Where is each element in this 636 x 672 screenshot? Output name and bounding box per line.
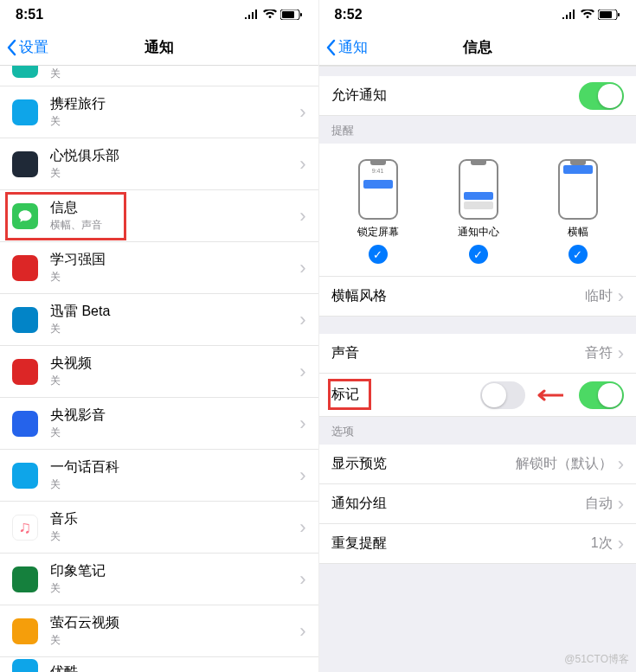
wifi-icon	[263, 10, 277, 20]
chevron-right-icon: ›	[618, 533, 624, 555]
app-row[interactable]: 印象笔记关›	[0, 554, 318, 605]
app-icon	[12, 99, 38, 125]
app-row[interactable]: 央视影音关›	[0, 398, 318, 450]
app-text: 音乐关	[50, 510, 299, 544]
watermark: @51CTO博客	[564, 652, 629, 667]
app-row[interactable]: 携程旅行关›	[0, 86, 318, 138]
app-icon	[12, 359, 38, 385]
app-sub: 关	[50, 581, 299, 596]
app-name: 央视影音	[50, 406, 299, 425]
app-text: 携程旅行关	[50, 95, 299, 129]
banner-style-row[interactable]: 横幅风格 临时 ›	[319, 277, 637, 317]
app-text: 央视影音关	[50, 406, 299, 440]
badge-label: 标记	[331, 386, 481, 404]
app-text: 信息横幅、声音	[50, 199, 299, 233]
grouping-label: 通知分组	[331, 495, 585, 513]
app-row[interactable]: 一句话百科关›	[0, 450, 318, 502]
app-row[interactable]: 信息横幅、声音›	[0, 190, 318, 242]
chevron-right-icon: ›	[618, 285, 624, 308]
banner-style-value: 临时	[585, 287, 613, 305]
badge-row: 标记	[319, 374, 637, 417]
badge-toggle-off[interactable]	[480, 381, 525, 409]
check-icon: ✓	[369, 245, 388, 264]
app-text: 印象笔记关	[50, 562, 299, 596]
app-name: 学习强国	[50, 251, 299, 269]
options-header: 选项	[319, 417, 637, 445]
allow-notifications-row: 允许通知	[319, 76, 637, 116]
app-row[interactable]: 迅雷 Beta关›	[0, 294, 318, 346]
chevron-right-icon: ›	[299, 464, 305, 487]
app-sub: 关	[50, 67, 306, 81]
alert-lock-screen[interactable]: 锁定屏幕 ✓	[357, 159, 399, 264]
chevron-right-icon: ›	[299, 413, 305, 435]
chevron-right-icon: ›	[299, 620, 305, 643]
app-sub: 关	[50, 270, 299, 285]
app-icon	[12, 411, 38, 437]
app-row[interactable]: ♫音乐关›	[0, 502, 318, 554]
sound-row[interactable]: 声音 音符 ›	[319, 334, 637, 374]
chevron-right-icon: ›	[299, 568, 305, 591]
app-text: 央视频关	[50, 355, 299, 388]
svg-rect-4	[600, 11, 612, 18]
app-sub: 关	[50, 529, 299, 544]
signal-icon	[244, 10, 260, 20]
app-icon	[12, 151, 38, 177]
app-sub: 关	[50, 426, 299, 440]
app-list[interactable]: 关携程旅行关›心悦俱乐部关›信息横幅、声音›学习强国关›迅雷 Beta关›央视频…	[0, 66, 318, 672]
app-text: 关	[50, 66, 306, 81]
sound-value: 音符	[585, 344, 613, 362]
allow-toggle[interactable]	[579, 82, 624, 110]
app-name: 优酷	[50, 663, 306, 673]
check-icon: ✓	[569, 245, 588, 264]
svg-rect-1	[282, 11, 294, 18]
chevron-right-icon: ›	[618, 493, 624, 515]
app-row[interactable]: 央视频关›	[0, 346, 318, 398]
status-time: 8:51	[16, 7, 43, 22]
repeat-row[interactable]: 重复提醒 1次 ›	[319, 524, 637, 564]
app-icon: ♫	[12, 515, 38, 541]
svg-rect-5	[618, 13, 620, 16]
nav-bar: 通知 信息	[319, 29, 637, 66]
app-text: 萤石云视频关	[50, 614, 299, 648]
left-phone: 8:51 设置 通知 关携程旅行关›心悦俱乐部关›信息横幅、声音›学习强国关›迅…	[0, 0, 318, 672]
allow-label: 允许通知	[331, 86, 580, 105]
app-row[interactable]: 萤石云视频关›	[0, 605, 318, 657]
app-text: 一句话百科关	[50, 458, 299, 492]
wifi-icon	[581, 10, 594, 20]
preview-row[interactable]: 显示预览 解锁时（默认） ›	[319, 445, 637, 484]
chevron-right-icon: ›	[299, 309, 305, 331]
grouping-row[interactable]: 通知分组 自动 ›	[319, 484, 637, 524]
app-name: 印象笔记	[50, 562, 299, 580]
app-sub: 关	[50, 322, 299, 336]
back-label: 通知	[338, 37, 368, 57]
battery-icon	[280, 10, 303, 20]
app-row[interactable]: 关	[0, 66, 318, 86]
alerts-header: 提醒	[319, 116, 637, 144]
alert-style-row: 锁定屏幕 ✓ 通知中心 ✓ 横幅 ✓	[319, 144, 637, 277]
app-row[interactable]: 心悦俱乐部关›	[0, 138, 318, 190]
app-name: 心悦俱乐部	[50, 147, 299, 165]
alert-notification-center[interactable]: 通知中心 ✓	[458, 159, 499, 264]
back-button[interactable]: 设置	[0, 37, 48, 57]
app-icon	[12, 463, 38, 489]
app-sub: 关	[50, 633, 299, 648]
app-text: 学习强国关	[50, 251, 299, 285]
alert-banner-label: 横幅	[568, 225, 588, 240]
alert-banners[interactable]: 横幅 ✓	[558, 159, 598, 264]
settings-scroll[interactable]: 允许通知 提醒 锁定屏幕 ✓ 通知中心 ✓ 横幅 ✓ 横幅风格 临时	[319, 66, 637, 672]
app-name: 央视频	[50, 355, 299, 373]
app-sub: 关	[50, 114, 299, 129]
app-name: 一句话百科	[50, 458, 299, 477]
repeat-label: 重复提醒	[331, 534, 591, 553]
status-indicators	[562, 10, 620, 20]
app-row[interactable]: 学习强国关›	[0, 242, 318, 294]
app-name: 携程旅行	[50, 95, 299, 113]
status-bar: 8:51	[0, 0, 318, 29]
app-icon	[12, 255, 38, 281]
app-sub: 关	[50, 374, 299, 388]
app-row[interactable]: 优酷	[0, 657, 318, 672]
back-button[interactable]: 通知	[319, 37, 368, 57]
app-icon	[12, 307, 38, 333]
badge-toggle-on[interactable]	[579, 381, 624, 409]
svg-rect-2	[300, 13, 302, 16]
